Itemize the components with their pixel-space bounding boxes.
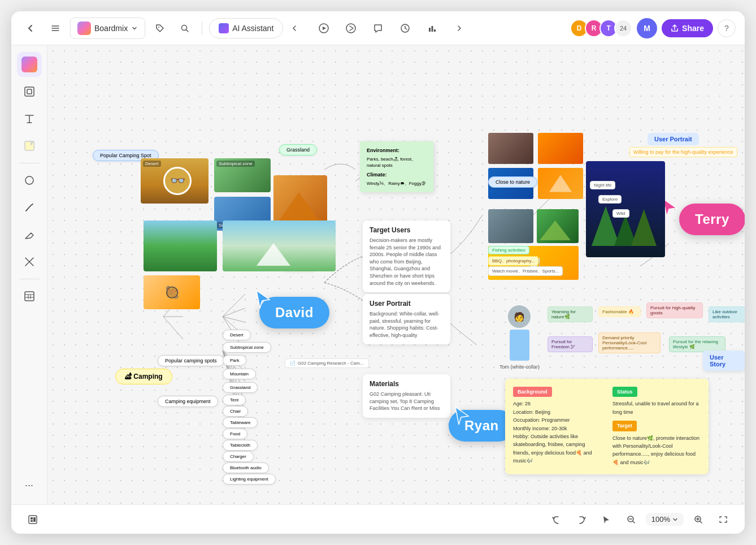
sidebar-tool-text[interactable] [17,106,42,131]
svg-rect-8 [25,87,34,96]
svg-rect-33 [33,517,36,522]
history-button[interactable] [395,18,415,38]
svg-rect-12 [25,292,34,301]
materials-text: G02 Camping pleasant: Uti camping set, T… [370,391,444,412]
tom-head: 🧑 [508,305,531,328]
tag-1: Night life [590,181,615,189]
svg-point-11 [25,176,33,184]
zoom-out-button[interactable] [621,509,641,530]
sidebar-tool-shape[interactable] [17,168,42,193]
expand-button[interactable] [449,18,470,38]
svg-rect-9 [27,89,32,94]
tag-high-quality: Pursuit for high-quality goods [646,302,703,318]
share-button[interactable]: Share [662,19,713,37]
user-detail-columns: Background Age: 26 Location: Beijing Occ… [513,387,701,466]
svg-rect-31 [31,517,33,520]
tent-white [257,243,290,266]
node-camping: 🏕 Camping [115,369,172,384]
sidebar-tool-eraser[interactable] [17,222,42,247]
tag-3: Wild [612,209,629,218]
comment-button[interactable] [368,18,388,38]
search-button[interactable] [175,18,195,38]
menu-button[interactable] [45,18,66,38]
sidebar-tool-pen[interactable] [17,195,42,220]
ai-assistant-button[interactable]: AI Assistant [209,18,283,38]
brand-label: Boardmix [94,24,128,33]
user-income: Monthly income: 20-30k [513,425,601,432]
user-age: Age: 26 [513,400,601,408]
tag-yearning: Yearning for nature🌿 [548,306,593,322]
color-palette-icon [21,57,37,72]
ai-icon [219,23,229,33]
collaborator-avatars[interactable]: D R T 24 [570,19,632,37]
brand-logo-icon [77,21,91,35]
target-users-title: Target Users [370,226,444,234]
node-tent: Tent [223,395,246,405]
bottom-toolbar: 100% [11,504,745,534]
tom-name: Tom (white-collar) [499,364,540,370]
sidebar-tool-table[interactable] [17,284,42,309]
node-camping-equipment: Camping equipment [158,396,218,407]
image-meadow [144,220,217,271]
env-text: Parks, beach🏖, forest、natural spots [367,156,427,168]
tree3 [631,209,657,246]
image-tent1 [273,175,327,226]
tag-outdoor: Like outdoor activities [709,306,745,322]
user-detail-card: Background Age: 26 Location: Beijing Occ… [505,379,709,474]
zoom-in-button[interactable] [688,509,709,530]
bottom-right: 100% [546,509,733,530]
back-button[interactable] [20,18,41,38]
undo-button[interactable] [546,509,567,530]
sticky-environment: Environment: Parks, beach🏖, forest、natur… [360,141,433,192]
user-portrait-text: Background: White-collar, well-paid, str… [370,310,444,339]
play-button[interactable] [314,18,334,38]
tom-character: 🧑 [499,305,539,362]
tent-green [540,220,571,240]
target-badge: Target [612,421,637,431]
user-status: Stressful, unable to travel around for a… [612,400,701,416]
img-forest1 [488,133,533,164]
sidebar-more-button[interactable]: ··· [17,473,42,498]
redo-button[interactable] [571,509,592,530]
zoom-label: 100% [651,515,670,524]
tag-activity-1: Fishing activities [488,246,529,254]
app-window: Boardmix AI Assistant [11,11,745,534]
cursor-tool-button[interactable] [596,509,616,530]
sidebar-tool-connect[interactable] [17,249,42,274]
tag-button[interactable] [150,18,170,38]
toolbar-right: D R T 24 M Share ? [570,18,736,38]
node-park-branch: Park [223,355,246,366]
chart-button[interactable] [422,18,442,38]
brand-button[interactable]: Boardmix [70,18,145,39]
tom-character-area: 🧑 Tom (white-collar) [499,305,540,370]
node-grassland: Grassland [279,144,317,155]
tom-body [510,330,529,361]
canvas-view-button[interactable] [23,509,43,530]
collaborators-count[interactable]: 24 [614,19,632,37]
sidebar-divider-2 [19,279,40,279]
user-detail-left: Background Age: 26 Location: Beijing Occ… [513,387,601,466]
card-materials: Materials G02 Camping pleasant: Uti camp… [363,374,450,418]
tag-relaxing: Pursuit for the relaxing lifestyle 🌿 [669,336,725,352]
sidebar-tool-frame[interactable] [17,79,42,104]
user-occupation: Occupation: Programmer [513,416,601,424]
image-subtropical: Subtropical zone [214,158,271,192]
canvas-area[interactable]: Popular Camping Spot Desert 👓 Subtropica… [47,45,745,504]
node-charger: Charger [223,451,254,462]
cursor-mode-button[interactable] [341,18,361,38]
sidebar-tool-cursor[interactable] [17,52,42,77]
nav-prev-button[interactable] [286,18,307,38]
sidebar-tool-sticky[interactable] [17,133,42,158]
g02-file[interactable]: 📄 G02 Camping Research - Cam... [285,358,369,368]
svg-line-15 [163,317,183,339]
node-mountain-branch: Mountain [223,369,256,379]
image-food: 🥘 [144,275,200,309]
zoom-control[interactable]: 100% [646,513,684,526]
fit-screen-button[interactable] [713,509,733,530]
node-chair: Chair [223,406,248,417]
card-user-portrait: User Portrait Background: White-collar, … [363,294,450,344]
my-avatar[interactable]: M [637,18,657,38]
svg-line-16 [223,294,245,317]
tag-fashionable: Fashionable 🔥 [598,306,641,317]
help-button[interactable]: ? [718,19,736,37]
